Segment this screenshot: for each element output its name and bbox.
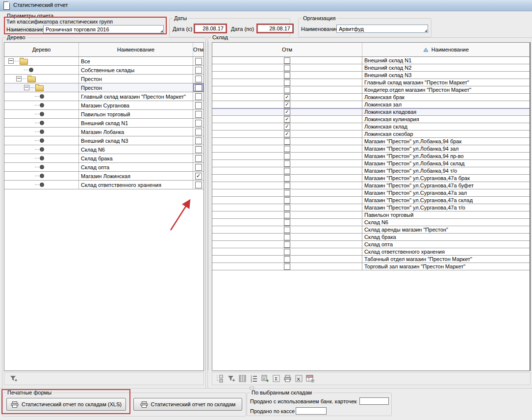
tree-row-hierarchy-cell[interactable] [4, 101, 79, 109]
store-row-mark-cell[interactable] [212, 263, 362, 270]
store-row[interactable]: Склад аренды магазин "Престон" [212, 226, 530, 234]
tree-row-hierarchy-cell[interactable] [4, 163, 79, 171]
store-name-label[interactable]: Торговый зал магазин "Престон Маркет" [362, 263, 530, 270]
store-row[interactable]: Торговый зал магазин "Престон Маркет" [212, 263, 530, 270]
tree-row-mark-cell[interactable] [193, 66, 203, 74]
store-row-mark-cell[interactable]: ✓ [212, 116, 362, 123]
store-name-label[interactable]: Кондитер.отдел магазин "Престон Маркет" [362, 86, 530, 93]
store-name-label[interactable]: Ложинская кулинария [362, 116, 530, 123]
store-name-label[interactable]: Магазин "Престон" ул.Лобанка,94 зал [362, 145, 530, 152]
tree-node-label[interactable]: Магазин Ложинская [79, 172, 193, 180]
tree-row-checkbox[interactable] [195, 182, 202, 188]
store-row-mark-cell[interactable] [212, 138, 362, 145]
calculator-add-icon[interactable] [260, 374, 270, 384]
tree-row[interactable]: Престон [4, 83, 203, 92]
tree-row[interactable]: Магазин Сурганова [4, 101, 203, 110]
store-row[interactable]: ✓Ложинская брак [212, 94, 530, 101]
store-name-label[interactable]: Магазин "Престон" ул.Лобанка,94 пр-во [362, 153, 530, 159]
store-row-checkbox[interactable]: ✓ [284, 94, 290, 101]
store-row-checkbox[interactable] [284, 197, 290, 204]
tree-row[interactable]: Собственные склады [4, 66, 203, 75]
store-row-mark-cell[interactable] [212, 226, 362, 233]
store-row-checkbox[interactable]: ✓ [284, 131, 290, 137]
store-row-checkbox[interactable] [284, 256, 290, 262]
store-name-label[interactable]: Склад N6 [362, 219, 530, 226]
tree-row[interactable]: Все [4, 57, 203, 66]
filter-add-icon[interactable] [8, 374, 18, 384]
store-row-checkbox[interactable] [284, 160, 290, 167]
window-titlebar[interactable]: Статистический отчет [0, 0, 532, 11]
store-name-label[interactable]: Магазин "Престон" ул.Лобанка,94 брак [362, 138, 530, 145]
store-name-label[interactable]: Ложинская сокобар [362, 131, 530, 137]
tree-row-mark-cell[interactable] [193, 75, 203, 83]
store-row-checkbox[interactable] [284, 57, 290, 64]
tree-row-mark-cell[interactable] [193, 101, 203, 109]
tree-row-checkbox[interactable] [195, 137, 202, 144]
store-row-mark-cell[interactable]: ✓ [212, 123, 362, 130]
store-name-label[interactable]: Магазин "Престон" ул.Сурганова,47а т/о [362, 204, 530, 211]
tree-row-hierarchy-cell[interactable] [4, 83, 79, 92]
store-row-mark-cell[interactable] [212, 160, 362, 167]
store-col-header-name[interactable]: Наименование [362, 43, 530, 56]
tree-row-checkbox[interactable] [195, 155, 202, 162]
store-row[interactable]: Склад брака [212, 234, 530, 241]
tree-node-label[interactable]: Павильон торговый [79, 110, 193, 118]
store-row-checkbox[interactable] [284, 65, 290, 71]
tree-row-hierarchy-cell[interactable] [4, 136, 79, 145]
store-row-checkbox[interactable] [284, 234, 290, 240]
tree-row-checkbox[interactable] [195, 76, 202, 82]
tree-row-mark-cell[interactable] [193, 110, 203, 118]
table-remove-icon[interactable] [305, 374, 315, 384]
tree-row-mark-cell[interactable] [193, 57, 203, 65]
store-name-label[interactable]: Магазин "Престон" ул.Сурганова,47а брак [362, 175, 530, 182]
store-name-label[interactable]: Склад ответственного хранения [362, 248, 530, 255]
tree-row[interactable]: Склад ответственного хранения [4, 181, 203, 189]
tree-row[interactable]: Склад N6 [4, 145, 203, 154]
tree-row[interactable]: Магазин Ложинская✓ [4, 172, 203, 181]
store-row-checkbox[interactable]: ✓ [284, 116, 290, 123]
tree-row-checkbox[interactable] [195, 120, 202, 127]
tree-col-header-mark[interactable]: Отм [193, 43, 203, 56]
store-row-mark-cell[interactable] [212, 234, 362, 240]
store-row-checkbox[interactable] [284, 72, 290, 79]
store-name-label[interactable]: Табачный отдел магазин "Престон Маркет" [362, 256, 530, 262]
store-row-mark-cell[interactable] [212, 219, 362, 226]
store-row[interactable]: ✓Ложинская сокобар [212, 131, 530, 138]
store-row-checkbox[interactable] [284, 227, 290, 233]
store-col-header-mark[interactable]: Отм [212, 43, 362, 56]
store-row[interactable]: Магазин "Престон" ул.Сурганова,47а зал [212, 189, 530, 197]
store-row-mark-cell[interactable] [212, 57, 362, 64]
store-row[interactable]: Склад N6 [212, 219, 530, 226]
store-row[interactable]: Магазин "Престон" ул.Сурганова,47а буфет [212, 182, 530, 189]
store-name-label[interactable]: Магазин "Престон" ул.Сурганова,47а склад [362, 197, 530, 204]
tree-row[interactable]: Магазин Лобанка [4, 128, 203, 136]
report-xls-button[interactable]: Статистический отчет по складам (XLS) [6, 398, 126, 411]
sum-icon[interactable]: Σ [271, 374, 281, 384]
tree-row-hierarchy-cell[interactable] [4, 181, 79, 189]
tree-node-label[interactable]: Все [79, 57, 193, 65]
store-table-header[interactable]: Отм Наименование [212, 43, 530, 57]
store-name-label[interactable]: Ложинская кладовая [362, 108, 530, 115]
store-row-mark-cell[interactable] [212, 248, 362, 255]
store-row[interactable]: ✓Ложинская кладовая [212, 108, 530, 116]
tree-row[interactable]: Главный склад магазин "Престон Маркет" [4, 92, 203, 101]
tree-col-header-name[interactable]: Наименование [79, 43, 193, 56]
tree-node-label[interactable]: Магазин Сурганова [79, 101, 193, 109]
tree-row-mark-cell[interactable] [193, 181, 203, 189]
tree-row-mark-cell[interactable]: ✓ [193, 172, 203, 180]
tree-node-label[interactable]: Склад N6 [79, 145, 193, 154]
store-row-checkbox[interactable] [284, 146, 290, 152]
bank-cards-input[interactable] [359, 397, 389, 405]
tree-row[interactable]: Павильон торговый [4, 110, 203, 119]
store-name-label[interactable]: Склад брака [362, 234, 530, 240]
tree-node-label[interactable]: Склад брака [79, 154, 193, 162]
store-name-label[interactable]: Ложинская брак [362, 94, 530, 101]
tree-row-hierarchy-cell[interactable] [4, 66, 79, 74]
store-row-checkbox[interactable] [284, 249, 290, 255]
filter-add-icon[interactable] [226, 374, 236, 384]
store-name-label[interactable]: Склад аренды магазин "Престон" [362, 226, 530, 233]
store-row-mark-cell[interactable] [212, 189, 362, 196]
store-row[interactable]: ✓Ложинская кулинария [212, 116, 530, 123]
store-row-mark-cell[interactable]: ✓ [212, 131, 362, 137]
tree-row-hierarchy-cell[interactable] [4, 119, 79, 127]
